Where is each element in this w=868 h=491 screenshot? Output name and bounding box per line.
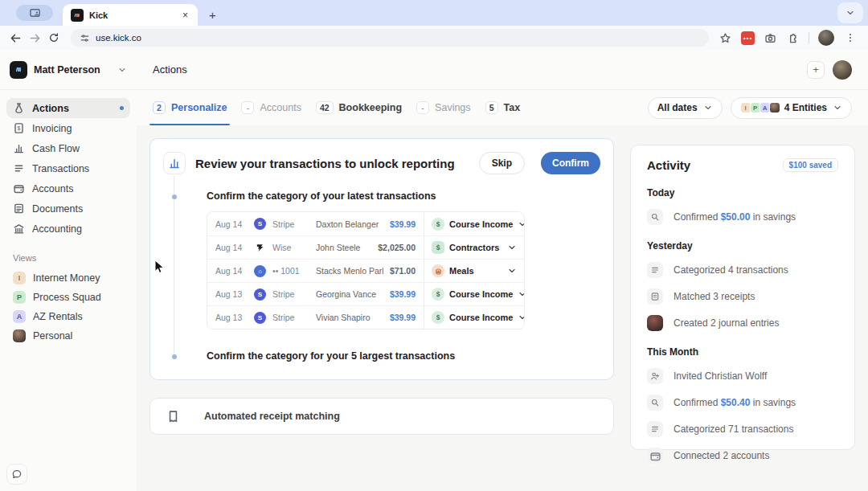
toolbar-divider [809, 32, 809, 43]
user-avatar[interactable] [833, 60, 852, 80]
review-transactions-card: Review your transactions to unlock repor… [149, 138, 614, 380]
coin-icon: $ [432, 288, 444, 301]
chevron-down-icon [833, 103, 842, 113]
task-largest-transactions: Confirm the category for your 5 largest … [207, 350, 600, 362]
address-bar[interactable]: use.kick.co [71, 29, 709, 47]
main-area: Actions + 2Personalize-Accounts42Bookkee… [137, 50, 868, 491]
category-select[interactable]: Meals [424, 260, 524, 282]
stripe-icon: S [254, 288, 266, 301]
task-dot [172, 194, 177, 199]
tab-label: Bookkeeping [339, 102, 403, 113]
person-add-icon [647, 368, 663, 384]
category-label: Course Income [449, 313, 513, 322]
table-row[interactable]: Aug 13SStripeVivian Shapiro$39.99$Course… [207, 305, 524, 329]
browser-tab-kick[interactable]: /II Kick × [63, 4, 198, 26]
new-tab-button[interactable]: + [209, 8, 216, 22]
camera-extension-icon[interactable] [764, 31, 777, 45]
sidebar-item-documents[interactable]: Documents [6, 198, 130, 219]
invoicing-icon: $ [13, 122, 25, 134]
browser-profile-avatar[interactable] [818, 30, 834, 46]
activity-item: Matched 3 receipts [647, 288, 838, 305]
tab-label: Personalize [171, 102, 227, 113]
table-row[interactable]: Aug 14⌂•• 1001Stacks Menlo Park$71.00Mea… [207, 259, 524, 282]
activity-item: Invited Christian Wolff [647, 368, 838, 384]
table-row[interactable]: Aug 14WiseJohn Steele$2,025.00$Contracto… [207, 235, 524, 259]
tab-tax[interactable]: 5Tax [485, 90, 521, 125]
actions-tabbar: 2Personalize-Accounts42Bookkeeping-Savin… [137, 90, 868, 125]
confirm-button[interactable]: Confirm [541, 152, 600, 174]
adblock-extension-icon[interactable]: ••• [741, 31, 755, 45]
actions-icon [13, 102, 25, 114]
transaction-cell: Aug 14WiseJohn Steele$2,025.00 [207, 242, 424, 254]
browser-window: /II Kick × + use.kick.co ••• [0, 0, 868, 491]
category-select[interactable]: $Course Income [424, 283, 524, 305]
activity-text: Connected 2 accounts [674, 450, 769, 461]
receipt-matching-card[interactable]: Automated receipt matching [149, 398, 614, 435]
entities-filter-dropdown[interactable]: IPA 4 Entities [731, 97, 852, 119]
tab-personalize[interactable]: 2Personalize [153, 90, 227, 125]
sidebar-item-label: Accounting [32, 223, 82, 235]
table-row[interactable]: Aug 13SStripeGeorgina Vance$39.99$Course… [207, 282, 524, 305]
task-dot [172, 354, 177, 359]
transaction-source: Stripe [272, 219, 309, 229]
view-initial-badge: A [13, 310, 26, 323]
receipt-card-title: Automated receipt matching [204, 411, 340, 422]
entity-avatar [769, 102, 780, 113]
tab-close-icon[interactable]: × [181, 10, 190, 21]
sidebar-item-accounting[interactable]: Accounting [6, 219, 130, 239]
view-item-personal[interactable]: Personal [6, 326, 130, 346]
reload-button[interactable] [47, 31, 61, 45]
transaction-amount: $2,025.00 [378, 243, 416, 252]
tab-search-icon [29, 7, 41, 19]
category-select[interactable]: $Contractors [424, 236, 524, 259]
list-icon [647, 421, 663, 437]
activity-section-this-month: This Month [647, 346, 838, 358]
browser-tabstrip: /II Kick × + [0, 0, 868, 26]
tab-savings[interactable]: -Savings [416, 90, 470, 125]
site-settings-icon[interactable] [80, 33, 90, 43]
tab-bookkeeping[interactable]: 42Bookkeeping [316, 90, 402, 125]
tabstrip-chevron-button[interactable] [837, 2, 863, 23]
category-select[interactable]: $Course Income [424, 306, 524, 329]
view-item-az-rentals[interactable]: AAZ Rentals [6, 307, 130, 326]
tab-accounts[interactable]: -Accounts [241, 90, 301, 125]
view-item-process-squad[interactable]: PProcess Squad [6, 288, 130, 307]
add-button[interactable]: + [807, 61, 825, 79]
browser-menu-icon[interactable] [843, 31, 857, 45]
tab-label: Accounts [260, 102, 301, 113]
activity-item: Created 2 journal entries [647, 315, 838, 331]
avatar-photo-icon [647, 315, 663, 331]
tab-search-button[interactable] [16, 5, 53, 21]
kick-logo: /II [10, 61, 27, 79]
sidebar-item-cash-flow[interactable]: Cash Flow [6, 138, 130, 158]
transaction-cell: Aug 13SStripeGeorgina Vance$39.99 [207, 288, 424, 301]
transaction-source: Stripe [272, 313, 309, 322]
documents-icon [13, 203, 25, 215]
skip-button[interactable]: Skip [479, 152, 525, 174]
activity-item: Categorized 4 transactions [647, 262, 838, 278]
sidebar-item-accounts[interactable]: Accounts [6, 178, 130, 198]
table-row[interactable]: Aug 14SStripeDaxton Belanger$39.99$Cours… [207, 212, 524, 235]
workspace-switcher[interactable]: /II Matt Peterson [0, 50, 137, 90]
extensions-puzzle-icon[interactable] [786, 31, 800, 45]
sidebar-item-transactions[interactable]: Transactions [6, 158, 130, 178]
bookmark-star-icon[interactable] [719, 31, 732, 45]
stripe-icon: S [254, 312, 266, 324]
activity-text: Confirmed $50.00 in savings [674, 211, 796, 223]
category-select[interactable]: $Course Income [424, 212, 524, 235]
transaction-date: Aug 13 [215, 313, 248, 322]
date-filter-dropdown[interactable]: All dates [648, 97, 723, 119]
sidebar-item-invoicing[interactable]: $Invoicing [6, 118, 130, 138]
back-button[interactable] [8, 31, 23, 45]
sidebar-item-actions[interactable]: Actions [6, 98, 130, 118]
view-item-internet-money[interactable]: IInternet Money [6, 268, 130, 288]
transaction-amount: $71.00 [390, 266, 416, 276]
kick-app: /II Matt Peterson Actions$InvoicingCash … [0, 50, 868, 491]
sidebar-item-label: Documents [32, 203, 83, 215]
review-card-title: Review your transactions to unlock repor… [195, 157, 469, 170]
activity-text: Invited Christian Wolff [674, 370, 767, 382]
forward-button[interactable] [27, 31, 42, 45]
view-initial-badge: P [13, 291, 26, 304]
chat-button[interactable] [6, 464, 27, 485]
coin-icon: $ [432, 311, 444, 324]
